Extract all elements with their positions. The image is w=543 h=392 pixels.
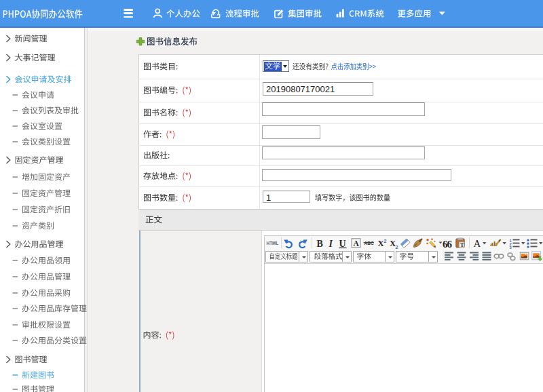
svg-text:66: 66 <box>443 239 453 250</box>
svg-text:T: T <box>460 241 464 248</box>
svg-text:U: U <box>339 239 346 249</box>
svg-text:3: 3 <box>510 246 512 250</box>
svg-text:20190807170021: 20190807170021 <box>266 84 335 94</box>
svg-text:I: I <box>329 239 333 249</box>
svg-text:1: 1 <box>266 193 271 203</box>
svg-text:HTML: HTML <box>267 241 279 246</box>
svg-text:A: A <box>354 239 360 248</box>
svg-text:2: 2 <box>384 239 387 243</box>
svg-text:X: X <box>378 239 384 248</box>
svg-text:2: 2 <box>396 245 398 250</box>
svg-text:A: A <box>474 238 481 249</box>
svg-text:B: B <box>317 239 323 249</box>
